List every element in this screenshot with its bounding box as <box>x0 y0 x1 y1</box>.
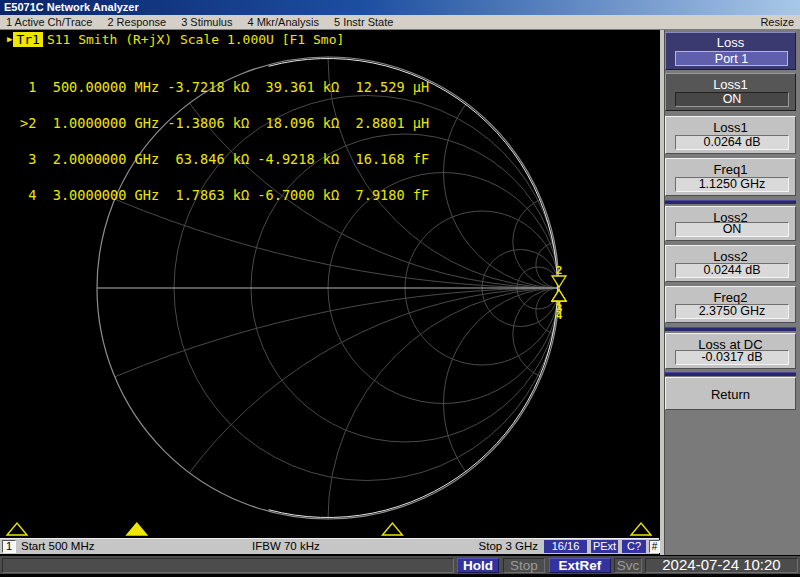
point-count-badge[interactable]: 16/16 <box>544 540 587 553</box>
stimulus-marker-2[interactable] <box>127 523 147 535</box>
softkey-loss1-value[interactable]: Loss1 0.0264 dB <box>665 116 796 154</box>
title-bar: E5071C Network Analyzer <box>0 0 800 15</box>
sweep-start-label: Start 500 MHz <box>21 540 95 552</box>
softkey-loss2-value[interactable]: Loss2 0.0244 dB <box>665 245 796 282</box>
softkey-group-separator <box>665 200 796 204</box>
chart-marker-2 <box>552 276 566 287</box>
ifbw-label: IFBW 70 kHz <box>252 540 320 552</box>
menu-bar: 1 Active Ch/Trace2 Response3 Stimulus4 M… <box>0 15 800 30</box>
cal-status-badge: C? <box>622 540 646 553</box>
softkey-return-button[interactable]: Return <box>665 377 796 410</box>
menu-active-ch-trace[interactable]: 1 Active Ch/Trace <box>0 15 101 29</box>
port-select-button[interactable]: Port 1 <box>675 51 788 66</box>
smith-chart-area: 1234 ▶ Tr1 S11 Smith (R+jX) Scale 1.000U… <box>0 30 657 538</box>
channel-number-box: 1 <box>2 540 16 553</box>
softkey-loss1-on[interactable]: Loss1 ON <box>665 73 796 111</box>
menu-stimulus[interactable]: 3 Stimulus <box>175 15 241 29</box>
window-title: E5071C Network Analyzer <box>4 1 139 13</box>
hash-indicator: # <box>649 540 660 553</box>
trace-selector-tr1[interactable]: Tr1 <box>13 32 42 47</box>
marker-row-4: 4 3.0000000 GHz 1.7863 kΩ -6.7000 kΩ 7.9… <box>20 189 429 201</box>
menu-response[interactable]: 2 Response <box>101 15 175 29</box>
resize-control[interactable]: Resize <box>760 15 794 29</box>
menu-instr-state[interactable]: 5 Instr State <box>328 15 402 29</box>
svc-indicator: Svc <box>614 558 642 573</box>
message-area <box>2 558 454 573</box>
stimulus-marker-4[interactable] <box>631 523 651 535</box>
pext-badge: PExt <box>591 540 618 553</box>
active-trace-arrow-icon: ▶ <box>7 34 12 44</box>
chart-marker-label-4: 4 <box>556 309 563 322</box>
softkey-menu-title: Loss <box>666 33 795 50</box>
datetime-display: 2024-07-24 10:20 <box>645 558 798 573</box>
trace-status-line: ▶ Tr1 S11 Smith (R+jX) Scale 1.000U [F1 … <box>7 32 344 46</box>
softkey-group-separator <box>665 372 796 376</box>
softkey-sidebar: Loss Port 1 Loss1 ON Loss1 0.0264 dB Fre… <box>660 30 800 555</box>
menu-mkr-analysis[interactable]: 4 Mkr/Analysis <box>241 15 328 29</box>
stimulus-marker-1[interactable] <box>7 523 27 535</box>
hold-indicator[interactable]: Hold <box>457 558 499 573</box>
stop-indicator: Stop <box>503 558 545 573</box>
softkey-loss-at-dc[interactable]: Loss at DC -0.0317 dB <box>665 333 796 369</box>
trace-format-text: S11 Smith (R+jX) Scale 1.000U [F1 Smo] <box>47 32 344 47</box>
softkey-freq2-value[interactable]: Freq2 2.3750 GHz <box>665 286 796 323</box>
channel-status-bar: 1 Start 500 MHz IFBW 70 kHz Stop 3 GHz 1… <box>0 538 659 554</box>
softkey-menu-header: Loss Port 1 <box>665 32 796 70</box>
marker-row-3: 3 2.0000000 GHz 63.846 kΩ -4.9218 kΩ 16.… <box>20 153 429 165</box>
instrument-status-bar: Hold Stop ExtRef Svc 2024-07-24 10:20 <box>0 555 800 574</box>
marker-row-1: 1 500.00000 MHz -3.7218 kΩ 39.361 kΩ 12.… <box>20 81 429 93</box>
chart-marker-4 <box>552 290 566 301</box>
stimulus-marker-3[interactable] <box>382 523 402 535</box>
softkey-freq1-value[interactable]: Freq1 1.1250 GHz <box>665 158 796 196</box>
app-window: E5071C Network Analyzer 1 Active Ch/Trac… <box>0 0 800 577</box>
marker-row-2: >2 1.0000000 GHz -1.3806 kΩ 18.096 kΩ 2.… <box>20 117 429 129</box>
marker-readout-table: 1 500.00000 MHz -3.7218 kΩ 39.361 kΩ 12.… <box>20 57 429 225</box>
extref-indicator: ExtRef <box>549 558 611 573</box>
softkey-loss2-on[interactable]: Loss2 ON <box>665 206 796 241</box>
softkey-group-separator <box>665 327 796 331</box>
chart-marker-label-2: 2 <box>556 264 563 277</box>
sweep-stop-label: Stop 3 GHz <box>478 540 538 552</box>
